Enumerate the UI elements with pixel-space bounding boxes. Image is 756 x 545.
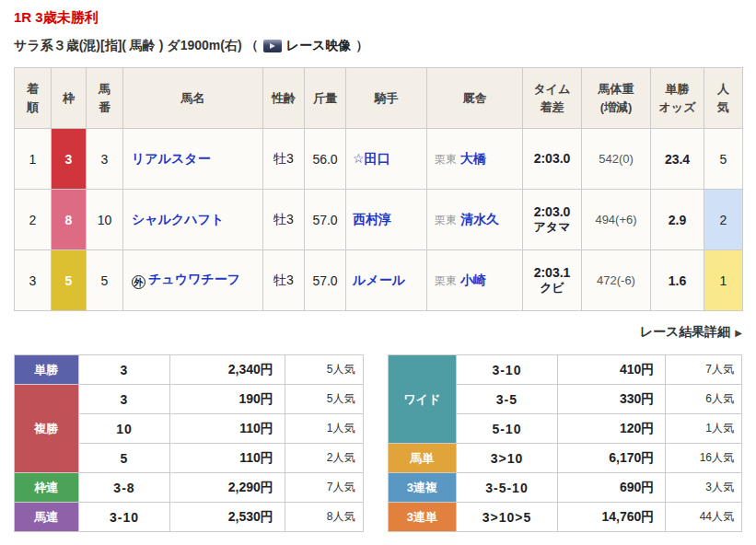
detail-link-row: レース結果詳細▶	[14, 323, 742, 341]
payout-popularity-cell: 7人気	[666, 355, 742, 385]
payout-combo-cell: 3-5-10	[457, 473, 558, 503]
payout-amount-cell: 410円	[557, 355, 666, 385]
table-row: 2 8 10 シャルクハフト 牡3 57.0 西村淳 栗東清水久 2:03.0ア…	[15, 190, 743, 250]
payout-amount-cell: 330円	[557, 385, 666, 414]
col-header-bodyweight: 馬体重 (増減)	[582, 68, 651, 129]
detail-link-label: レース結果詳細	[640, 324, 731, 339]
payout-combo-cell: 3>10>5	[457, 503, 558, 532]
popularity-cell: 1	[704, 250, 743, 311]
page-container: 1R 3歳未勝利 サラ系３歳(混)[指]( 馬齢 ) ダ1900m(右) （ レ…	[0, 0, 756, 532]
payout-popularity-cell: 5人気	[285, 355, 363, 385]
payout-combo-cell: 5-10	[457, 414, 558, 444]
race-results-table: 着 順 枠 馬 番 馬名 性齢 斤量 騎手 厩舎 タイム 着差 馬体重 (増減)…	[14, 67, 743, 311]
horse-name-cell: 外チュウワチーフ	[123, 250, 263, 311]
popularity-cell: 2	[704, 190, 743, 250]
payout-type-cell: 馬連	[15, 503, 79, 532]
sexage-cell: 牡3	[263, 190, 305, 250]
payout-combo-cell: 3	[78, 385, 170, 414]
race-conditions: サラ系３歳(混)[指]( 馬齢 ) ダ1900m(右)	[14, 38, 242, 54]
horse-name-cell: シャルクハフト	[123, 190, 263, 250]
payout-type-cell: 3連単	[388, 503, 457, 532]
horse-number-cell: 10	[87, 190, 123, 250]
payout-row-trifecta: 3連単 3>10>5 14,760円 44人気	[388, 503, 741, 532]
payout-table-right: ワイド 3-10 410円 7人気 3-5 330円 6人気 5-10 120円…	[388, 354, 742, 532]
time-value: 2:03.0	[524, 150, 580, 167]
col-header-number: 馬 番	[87, 68, 123, 129]
payout-combo-cell: 3-8	[78, 473, 170, 503]
race-video-wrap: （ レース映像 ）	[246, 38, 369, 54]
jockey-cell: ☆田口	[346, 129, 427, 190]
stable-link[interactable]: 清水久	[460, 212, 499, 226]
payout-popularity-cell: 3人気	[666, 473, 742, 503]
time-cell: 2:03.0	[523, 129, 582, 190]
payout-combo-cell: 3-10	[78, 503, 170, 532]
payout-amount-cell: 120円	[557, 414, 666, 444]
payout-combo-cell: 3-5	[457, 385, 558, 414]
col-header-stable: 厩舎	[427, 68, 523, 129]
stable-link[interactable]: 小崎	[460, 272, 486, 287]
payout-amount-cell: 14,760円	[557, 503, 666, 532]
payout-type-cell: 単勝	[15, 355, 79, 385]
stable-cell: 栗東大橋	[427, 129, 523, 190]
odds-cell: 1.6	[651, 250, 704, 311]
col-header-popularity: 人 気	[704, 68, 743, 129]
payout-row-wide: ワイド 3-10 410円 7人気	[388, 355, 741, 385]
video-icon	[263, 40, 282, 52]
race-video-link[interactable]: レース映像	[286, 38, 352, 54]
time-cell: 2:03.1クビ	[523, 250, 582, 311]
bracket-cell: 8	[52, 190, 87, 250]
payout-combo-cell: 10	[78, 414, 170, 444]
sexage-cell: 牡3	[263, 250, 305, 311]
payout-amount-cell: 2,530円	[170, 503, 285, 532]
bodyweight-cell: 472(-6)	[582, 250, 651, 311]
stable-cell: 栗東清水久	[427, 190, 523, 250]
payout-popularity-cell: 1人気	[285, 414, 363, 444]
paren-close: ）	[355, 38, 368, 54]
col-header-odds: 単勝 オッズ	[651, 68, 704, 129]
weight-cell: 57.0	[305, 250, 346, 311]
table-row: 1 3 3 リアルスター 牡3 56.0 ☆田口 栗東大橋 2:03.0 542…	[15, 129, 743, 190]
jockey-link[interactable]: ルメール	[353, 272, 405, 287]
margin-value: アタマ	[524, 220, 580, 236]
race-title: 1R 3歳未勝利	[14, 9, 742, 27]
race-result-detail-link[interactable]: レース結果詳細▶	[640, 324, 742, 339]
odds-cell: 2.9	[651, 190, 704, 250]
bodyweight-cell: 542(0)	[582, 129, 651, 190]
horse-name-link[interactable]: シャルクハフト	[132, 212, 224, 226]
col-header-rank: 着 順	[15, 68, 52, 129]
horse-name-link[interactable]: リアルスター	[132, 151, 211, 166]
weight-cell: 56.0	[305, 129, 346, 190]
payout-row-place: 複勝 3 190円 5人気	[15, 385, 364, 414]
stable-region: 栗東	[435, 214, 457, 226]
table-row: 3 5 5 外チュウワチーフ 牡3 57.0 ルメール 栗東小崎 2:03.1ク…	[15, 250, 743, 311]
jockey-cell: ルメール	[346, 250, 427, 311]
jockey-link[interactable]: ☆田口	[353, 151, 390, 166]
payout-section: 単勝 3 2,340円 5人気 複勝 3 190円 5人気 10 110円 1人…	[14, 354, 742, 532]
time-value: 2:03.0	[524, 203, 580, 220]
bracket-cell: 3	[52, 129, 87, 190]
payout-popularity-cell: 6人気	[666, 385, 742, 414]
horse-name-cell: リアルスター	[123, 129, 263, 190]
jockey-link[interactable]: 西村淳	[353, 212, 391, 226]
payout-type-cell: 馬単	[388, 444, 457, 473]
payout-row-win: 単勝 3 2,340円 5人気	[15, 355, 364, 385]
payout-amount-cell: 2,290円	[170, 473, 285, 503]
rank-cell: 1	[15, 129, 52, 190]
payout-amount-cell: 110円	[170, 444, 285, 473]
stable-link[interactable]: 大橋	[460, 151, 486, 166]
payout-popularity-cell: 5人気	[285, 385, 363, 414]
payout-row-exacta: 馬単 3>10 6,170円 16人気	[388, 444, 741, 473]
payout-combo-cell: 3-10	[457, 355, 558, 385]
payout-type-cell: 枠連	[15, 473, 79, 503]
paren-open: （	[246, 38, 259, 54]
payout-popularity-cell: 1人気	[666, 414, 742, 444]
payout-row-quinella: 馬連 3-10 2,530円 8人気	[15, 503, 364, 532]
horse-name-link[interactable]: チュウワチーフ	[148, 272, 240, 286]
bracket-cell: 5	[52, 250, 87, 311]
weight-cell: 57.0	[305, 190, 346, 250]
chevron-right-icon: ▶	[735, 328, 742, 338]
sexage-cell: 牡3	[263, 129, 305, 190]
payout-combo-cell: 5	[78, 444, 170, 473]
payout-combo-cell: 3>10	[457, 444, 558, 473]
stable-cell: 栗東小崎	[427, 250, 523, 311]
